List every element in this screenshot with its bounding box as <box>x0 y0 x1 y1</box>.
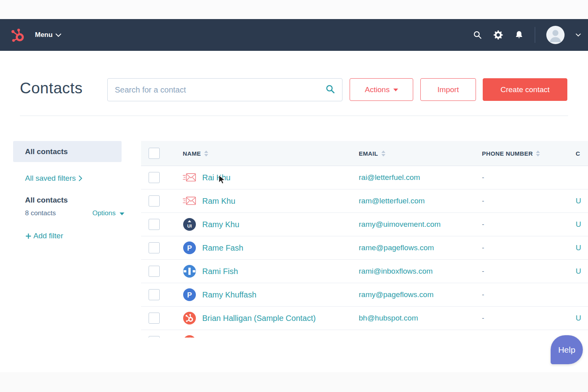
contact-phone: - <box>482 314 484 322</box>
options-label: Options <box>92 209 116 217</box>
sort-icon[interactable] <box>204 151 208 156</box>
contact-name-link[interactable]: Rami Fish <box>202 267 238 276</box>
contact-phone: - <box>482 197 484 205</box>
contact-name-link[interactable]: Rame Fash <box>202 243 243 253</box>
user-avatar[interactable] <box>546 26 565 44</box>
row-checkbox[interactable] <box>149 219 160 230</box>
row-checkbox[interactable] <box>149 172 160 183</box>
contact-extra-link[interactable]: U <box>576 314 581 322</box>
table-row: UI Ramy Khu ramy@uimovement.com - U <box>141 213 588 236</box>
navbar-right <box>473 19 581 51</box>
browser-bottom-strip <box>0 372 588 392</box>
contact-extra-link[interactable]: U <box>576 197 581 205</box>
header-divider <box>20 116 568 116</box>
avatar-envelope-icon <box>183 171 196 184</box>
table-row: Rai Khu rai@letterfuel.com - <box>141 166 588 189</box>
row-checkbox[interactable] <box>149 336 160 338</box>
row-checkbox[interactable] <box>149 266 160 277</box>
contact-name-link[interactable]: Ram Khu <box>202 197 235 206</box>
contact-email-link[interactable]: rai@letterfuel.com <box>359 173 420 182</box>
actions-label: Actions <box>365 85 389 94</box>
sidebar-item-all-contacts[interactable]: All contacts <box>13 141 122 162</box>
contact-email-link[interactable]: ramy@pageflows.com <box>359 290 433 299</box>
add-filter-button[interactable]: Add filter <box>25 232 122 240</box>
row-checkbox[interactable] <box>149 242 160 253</box>
contact-phone: - <box>482 220 484 228</box>
contact-search <box>107 78 342 101</box>
caret-down-icon <box>120 212 124 215</box>
svg-text:P: P <box>187 244 192 252</box>
contact-name-link[interactable]: Rai Khu <box>202 173 230 182</box>
avatar-inboxflows-icon <box>183 265 196 278</box>
contact-extra-link[interactable]: U <box>576 267 581 275</box>
contact-email-link[interactable]: ram@letterfuel.com <box>359 197 425 205</box>
all-saved-filters-link[interactable]: All saved filters <box>25 174 122 183</box>
table-header-row: NAME EMAIL PHONE NUMBER C <box>141 141 588 166</box>
partial-header-label: C <box>576 150 580 157</box>
row-checkbox[interactable] <box>149 289 160 300</box>
table-row: Rami Fish rami@inboxflows.com - U <box>141 260 588 283</box>
table-row: Ram Khu ram@letterfuel.com - U <box>141 189 588 213</box>
search-icon[interactable] <box>473 30 482 40</box>
gear-icon[interactable] <box>493 30 503 40</box>
svg-text:UI: UI <box>187 224 192 228</box>
browser-top-strip <box>0 0 588 19</box>
contact-count: 8 contacts <box>25 209 56 217</box>
avatar-hubspot-icon <box>183 335 196 338</box>
create-contact-button[interactable]: Create contact <box>483 78 567 101</box>
contact-email-link[interactable]: ramy@uimovement.com <box>359 220 441 228</box>
select-all-checkbox[interactable] <box>149 148 160 159</box>
sort-icon[interactable] <box>381 151 385 156</box>
column-header-partial[interactable]: C <box>576 150 588 157</box>
contact-extra-link[interactable]: U <box>576 243 581 252</box>
notifications-bell-icon[interactable] <box>514 30 524 40</box>
help-button[interactable]: Help <box>551 335 583 364</box>
avatar-pageflows-icon: P <box>183 288 196 301</box>
avatar-hubspot-icon <box>183 312 196 324</box>
sort-icon[interactable] <box>536 151 540 156</box>
contacts-table: NAME EMAIL PHONE NUMBER C <box>141 141 588 338</box>
contact-email-link[interactable]: bh@hubspot.com <box>359 314 418 322</box>
menu-dropdown[interactable]: Menu <box>35 19 61 51</box>
column-header-phone[interactable]: PHONE NUMBER <box>482 150 576 157</box>
account-chevron-down-icon[interactable] <box>576 33 581 37</box>
contact-email-link[interactable]: rami@inboxflows.com <box>359 267 433 275</box>
search-magnifier-icon[interactable] <box>325 84 336 96</box>
actions-button[interactable]: Actions <box>350 78 413 101</box>
avatar-uimovement-icon: UI <box>183 218 196 231</box>
person-icon <box>546 26 565 44</box>
column-header-name[interactable]: NAME <box>183 150 359 157</box>
contact-name-link[interactable]: Ramy Khuffash <box>202 290 256 299</box>
column-header-email[interactable]: EMAIL <box>359 150 482 157</box>
phone-header-label: PHONE NUMBER <box>482 150 533 157</box>
navbar-divider <box>535 27 535 43</box>
contact-name-link[interactable]: Brian Halligan (Sample Contact) <box>202 314 316 323</box>
contact-email-link[interactable]: rame@pageflows.com <box>359 243 434 252</box>
contact-name-link[interactable]: Ramy Khu <box>202 220 239 229</box>
page-title: Contacts <box>20 79 83 97</box>
help-label: Help <box>558 345 575 355</box>
chevron-down-icon <box>56 33 61 37</box>
menu-label: Menu <box>35 31 52 39</box>
contact-phone: - <box>482 174 484 181</box>
view-title: All contacts <box>25 196 122 205</box>
import-button[interactable]: Import <box>420 78 476 101</box>
contact-extra-link[interactable]: U <box>576 220 581 228</box>
sidebar-selected-label: All contacts <box>25 147 68 156</box>
hubspot-logo-icon[interactable] <box>10 28 25 43</box>
create-contact-label: Create contact <box>501 85 550 94</box>
row-checkbox[interactable] <box>149 313 160 324</box>
filters-sidebar: All contacts All saved filters All conta… <box>13 141 122 240</box>
main-navbar: Menu <box>0 19 588 51</box>
hubspot-contacts-page: Menu <box>0 0 588 392</box>
saved-filters-label: All saved filters <box>25 174 76 183</box>
options-dropdown[interactable]: Options <box>92 209 124 217</box>
plus-icon <box>25 233 32 239</box>
add-filter-label: Add filter <box>33 232 63 240</box>
table-row: P Ramy Khuffash ramy@pageflows.com - <box>141 283 588 307</box>
contact-phone: - <box>482 291 484 298</box>
search-input[interactable] <box>108 85 325 95</box>
name-header-label: NAME <box>183 150 201 157</box>
row-checkbox[interactable] <box>149 195 160 207</box>
table-body: Rai Khu rai@letterfuel.com - Ram Khu ram… <box>141 166 588 338</box>
